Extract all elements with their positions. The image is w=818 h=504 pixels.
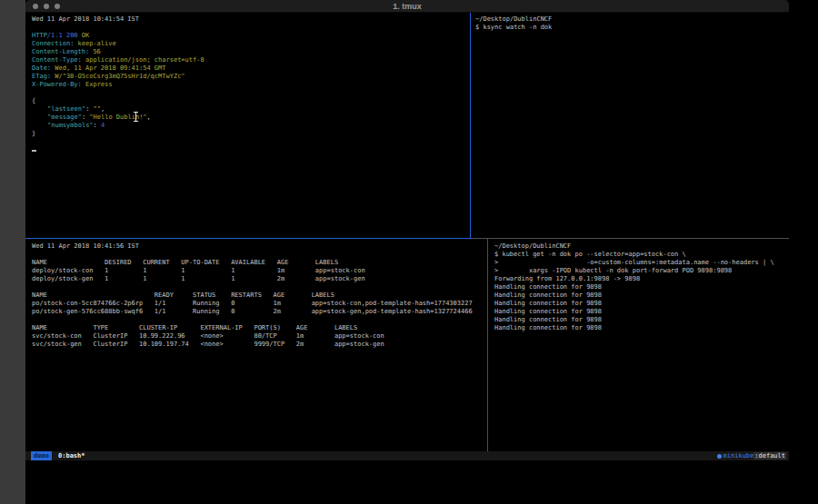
http-header-line: Date:Wed, 11 Apr 2018 09:41:54 GMT <box>32 64 470 73</box>
json-colon: : <box>82 114 85 121</box>
output-line: Handling connection for 9898 <box>494 324 789 332</box>
tmux-status-bar: demo 0:bash* minikube:default <box>25 451 789 460</box>
header-name: Connection: <box>32 40 74 47</box>
cwd-line: ~/Desktop/DublinCNCF <box>475 15 789 24</box>
json-line: "numsymbols":4 <box>32 122 470 130</box>
pods-table-row: po/stock-gen-576cc688bb-swqf6 1/1 Runnin… <box>32 308 487 316</box>
window-titlebar[interactable]: 1. tmux <box>25 0 789 13</box>
window-label[interactable]: 0:bash* <box>58 451 85 460</box>
json-close-brace: } <box>32 130 470 138</box>
window-title: 1. tmux <box>25 2 789 11</box>
output-line: Forwarding from 127.0.0.1:9898 -> 9898 <box>494 275 789 283</box>
json-comma: , <box>147 114 151 121</box>
header-value: keep-alive <box>78 40 116 47</box>
json-value: 4 <box>101 122 105 129</box>
services-table-row: svc/stock-gen ClusterIP 10.109.197.74 <n… <box>32 341 487 349</box>
desktop-background <box>0 0 25 504</box>
deployments-table-row: deploy/stock-con 1 1 1 1 1m app=stock-co… <box>32 267 487 275</box>
deployments-table-header: NAME DESIRED CURRENT UP-TO-DATE AVAILABL… <box>32 259 487 267</box>
http-header-line: Content-Length:56 <box>32 48 470 56</box>
json-comma: , <box>101 105 105 113</box>
http-header-line: ETag:W/"38-O5coCsrg3mQ75sHr1d/qcMTwYZc" <box>32 73 470 81</box>
services-table-header: NAME TYPE CLUSTER-IP EXTERNAL-IP PORT(S)… <box>32 324 487 332</box>
json-open-brace: { <box>32 97 470 105</box>
json-colon: : <box>94 122 97 129</box>
session-name-badge[interactable]: demo <box>31 451 52 460</box>
output-line: Handling connection for 9898 <box>494 308 789 316</box>
services-table-row: svc/stock-con ClusterIP 10.99.222.96 <no… <box>32 332 487 341</box>
json-key: "numsymbols" <box>47 122 94 129</box>
pane-port-forward[interactable]: ~/Desktop/DublinCNCF $ kubectl get -n do… <box>488 239 789 451</box>
http-reason: OK <box>82 32 89 39</box>
json-line: "message":"Hello Dublin!", <box>32 114 470 122</box>
terminal-cursor <box>32 150 36 153</box>
json-line: "lastseen":"", <box>32 105 470 114</box>
status-right: minikube:default <box>717 451 786 460</box>
pods-table-row: po/stock-con-5cc874766c-2p6rp 1/1 Runnin… <box>32 300 487 308</box>
http-header-line: Connection:keep-alive <box>32 40 470 48</box>
command-continuation-line: > -o=custom-columns=:metadata.name --no-… <box>494 259 789 267</box>
command-continuation-line: > xargs -IPOD kubectl -n dok port-forwar… <box>494 267 789 275</box>
prompt-line <box>32 146 470 154</box>
header-name: ETag: <box>32 73 51 80</box>
http-header-line: Content-Type:application/json; charset=u… <box>32 56 470 64</box>
pane-ksync[interactable]: ~/Desktop/DublinCNCF $ ksync watch -n do… <box>471 13 789 239</box>
header-value: W/"38-O5coCsrg3mQ75sHr1d/qcMTwYZc" <box>55 73 185 80</box>
output-line: Handling connection for 9898 <box>494 283 789 292</box>
output-line: Handling connection for 9898 <box>494 316 789 324</box>
json-key: "message" <box>47 114 82 121</box>
tmux-terminal: Wed 11 Apr 2018 10:41:54 IST HTTP/1.1 20… <box>25 13 789 451</box>
http-status-line: HTTP/1.1 200OK <box>32 32 470 40</box>
timestamp-line: Wed 11 Apr 2018 10:41:56 IST <box>32 242 487 251</box>
header-value: 56 <box>93 48 100 55</box>
command-line: $ kubectl get -n dok po --selector=app=s… <box>494 251 789 259</box>
json-colon: : <box>85 105 89 113</box>
pods-table-header: NAME READY STATUS RESTARTS AGE LABELS <box>32 292 487 300</box>
kube-namespace: :default <box>753 452 786 460</box>
kube-context: minikube <box>723 452 754 460</box>
json-value: "" <box>94 105 101 113</box>
pane-http-response[interactable]: Wed 11 Apr 2018 10:41:54 IST HTTP/1.1 20… <box>25 13 471 239</box>
command-line: $ ksync watch -n dok <box>475 24 789 32</box>
cwd-line: ~/Desktop/DublinCNCF <box>494 242 789 251</box>
output-line: Handling connection for 9898 <box>494 300 789 308</box>
output-line: Handling connection for 9898 <box>494 292 789 300</box>
mouse-cursor-ibeam <box>133 112 138 122</box>
pane-kubectl-get[interactable]: Wed 11 Apr 2018 10:41:56 IST NAME DESIRE… <box>25 239 488 451</box>
http-header-line: X-Powered-By:Express <box>32 81 470 89</box>
header-name: X-Powered-By: <box>32 81 82 88</box>
http-version-status: /1.1 200 <box>47 32 78 39</box>
timestamp-line: Wed 11 Apr 2018 10:41:54 IST <box>32 15 470 24</box>
deployments-table-row: deploy/stock-gen 1 1 1 1 2m app=stock-ge… <box>32 275 487 283</box>
header-name: Date: <box>32 64 51 72</box>
terminal-window: 1. tmux Wed 11 Apr 2018 10:41:54 IST HTT… <box>25 0 789 460</box>
kubernetes-helm-icon <box>717 454 722 459</box>
header-name: Content-Length: <box>32 48 89 55</box>
header-value: application/json; charset=utf-8 <box>85 56 204 64</box>
json-key: "lastseen" <box>47 105 85 113</box>
header-value: Express <box>85 81 113 88</box>
http-protocol: HTTP <box>32 32 47 39</box>
header-value: Wed, 11 Apr 2018 09:41:54 GMT <box>55 64 165 72</box>
header-name: Content-Type: <box>32 56 82 64</box>
json-value: "Hello Dublin!" <box>89 114 146 121</box>
